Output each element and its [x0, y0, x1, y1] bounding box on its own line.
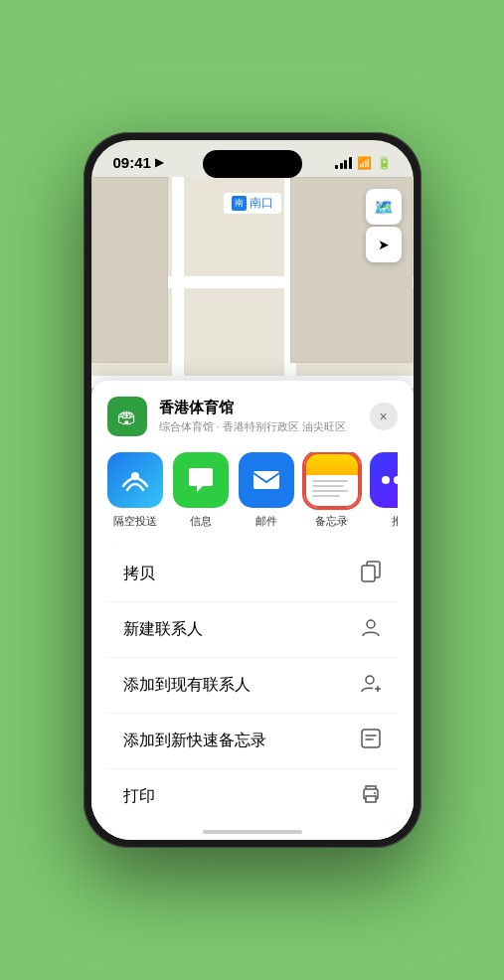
map-label-prefix: 南: [232, 196, 247, 211]
home-indicator: [203, 830, 302, 834]
action-print[interactable]: 打印: [107, 769, 398, 824]
svg-point-4: [367, 620, 375, 628]
status-time: 09:41: [113, 154, 151, 171]
copy-icon: [360, 561, 382, 587]
share-item-more[interactable]: 推: [370, 452, 398, 529]
map-view-btn[interactable]: 🗺️: [366, 189, 402, 225]
mail-icon: [239, 452, 294, 508]
add-contact-icon: [360, 672, 382, 699]
share-item-message[interactable]: 信息: [173, 452, 229, 529]
phone-frame: 09:41 ▶ 📶 🔋: [84, 132, 421, 848]
dynamic-island: [203, 150, 302, 178]
action-add-contact[interactable]: 添加到现有联系人: [107, 658, 398, 714]
svg-rect-1: [253, 471, 279, 489]
location-name: 香港体育馆: [159, 399, 358, 417]
share-item-notes[interactable]: 备忘录: [304, 452, 360, 529]
share-item-mail[interactable]: 邮件: [239, 452, 294, 529]
share-item-airdrop[interactable]: 隔空投送: [107, 452, 163, 529]
svg-rect-7: [362, 730, 380, 747]
svg-rect-9: [366, 796, 376, 802]
airdrop-icon: [107, 452, 163, 508]
more-icon: [370, 452, 398, 508]
action-copy[interactable]: 拷贝: [107, 547, 398, 602]
action-list: 拷贝 新建联系人: [107, 547, 398, 824]
airdrop-label: 隔空投送: [113, 514, 157, 529]
message-icon: [173, 452, 229, 508]
share-row: 隔空投送 信息: [107, 452, 398, 531]
map-location-btn[interactable]: ➤: [366, 227, 402, 262]
action-copy-label: 拷贝: [123, 564, 155, 584]
map-block-1: [91, 177, 169, 363]
action-new-contact[interactable]: 新建联系人: [107, 602, 398, 658]
more-label: 推: [392, 514, 398, 529]
location-header: 🏟 香港体育馆 综合体育馆 · 香港特别行政区 油尖旺区 ×: [107, 397, 398, 436]
svg-rect-3: [362, 566, 375, 581]
notes-icon: [304, 452, 360, 508]
print-icon: [360, 783, 382, 810]
close-button[interactable]: ×: [370, 403, 398, 430]
action-add-contact-label: 添加到现有联系人: [123, 675, 251, 696]
phone-screen: 09:41 ▶ 📶 🔋: [91, 140, 414, 840]
location-subtitle: 综合体育馆 · 香港特别行政区 油尖旺区: [159, 419, 358, 434]
new-contact-icon: [360, 616, 382, 643]
action-print-label: 打印: [123, 786, 155, 807]
map-label-text: 南口: [250, 195, 273, 212]
action-add-notes-label: 添加到新快速备忘录: [123, 731, 266, 751]
notes-label: 备忘录: [315, 514, 348, 529]
svg-point-10: [374, 792, 376, 794]
location-arrow-icon: ▶: [155, 156, 163, 169]
svg-point-5: [366, 676, 374, 684]
bottom-sheet: 🏟 香港体育馆 综合体育馆 · 香港特别行政区 油尖旺区 ×: [91, 381, 414, 840]
message-label: 信息: [190, 514, 212, 529]
action-add-notes[interactable]: 添加到新快速备忘录: [107, 714, 398, 769]
add-notes-icon: [360, 728, 382, 754]
wifi-icon: 📶: [357, 156, 372, 170]
mail-label: 邮件: [255, 514, 277, 529]
map-label: 南 南口: [224, 193, 281, 214]
map-controls: 🗺️ ➤: [366, 189, 402, 262]
location-info: 香港体育馆 综合体育馆 · 香港特别行政区 油尖旺区: [159, 399, 358, 434]
location-icon: 🏟: [107, 397, 147, 436]
signal-bars-icon: [335, 157, 352, 169]
status-icons: 📶 🔋: [335, 156, 392, 170]
battery-icon: 🔋: [377, 156, 392, 170]
notes-lines: [306, 454, 358, 506]
action-new-contact-label: 新建联系人: [123, 619, 203, 640]
